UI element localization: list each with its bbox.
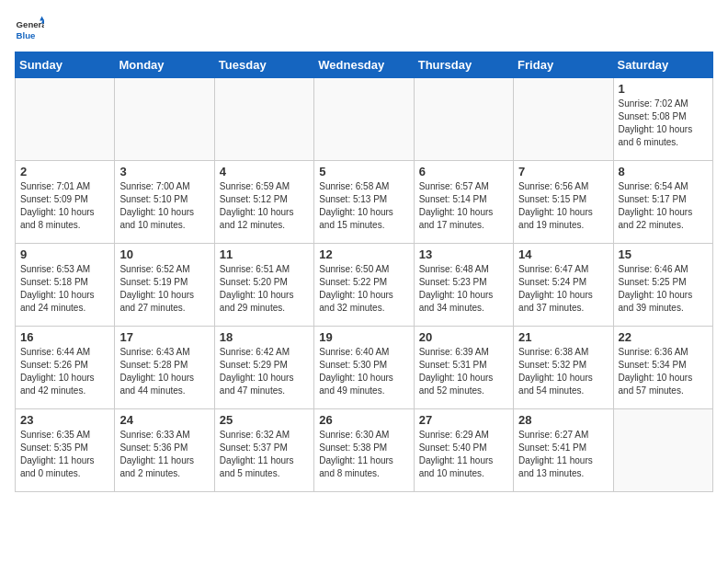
day-info: Sunrise: 6:29 AM Sunset: 5:40 PM Dayligh… (419, 429, 508, 480)
calendar-cell (214, 78, 313, 161)
calendar-cell: 14Sunrise: 6:47 AM Sunset: 5:24 PM Dayli… (514, 244, 613, 327)
calendar-cell (414, 78, 513, 161)
day-number: 8 (619, 165, 708, 178)
day-number: 18 (220, 330, 309, 344)
day-number: 24 (119, 413, 209, 427)
calendar-cell: 4Sunrise: 6:59 AM Sunset: 5:12 PM Daylig… (214, 161, 313, 244)
weekday-header: Thursday (414, 52, 513, 78)
day-number: 28 (518, 413, 608, 427)
weekday-header: Friday (514, 52, 613, 78)
day-number: 6 (419, 165, 508, 178)
calendar-cell: 20Sunrise: 6:39 AM Sunset: 5:31 PM Dayli… (414, 327, 513, 409)
calendar-week-row: 2Sunrise: 7:01 AM Sunset: 5:09 PM Daylig… (16, 161, 713, 244)
day-number: 27 (419, 413, 508, 427)
calendar-cell (16, 78, 115, 161)
day-info: Sunrise: 6:57 AM Sunset: 5:14 PM Dayligh… (419, 180, 508, 232)
day-number: 23 (20, 413, 109, 427)
day-number: 21 (518, 330, 608, 344)
day-number: 17 (119, 330, 209, 344)
day-info: Sunrise: 6:43 AM Sunset: 5:28 PM Dayligh… (119, 346, 209, 397)
day-number: 12 (319, 247, 408, 261)
day-number: 20 (419, 330, 508, 344)
day-number: 26 (319, 413, 408, 427)
calendar-week-row: 16Sunrise: 6:44 AM Sunset: 5:26 PM Dayli… (16, 327, 713, 409)
day-info: Sunrise: 7:02 AM Sunset: 5:08 PM Dayligh… (619, 98, 708, 149)
day-info: Sunrise: 6:59 AM Sunset: 5:12 PM Dayligh… (220, 180, 309, 232)
day-number: 25 (220, 413, 309, 427)
day-info: Sunrise: 6:54 AM Sunset: 5:17 PM Dayligh… (619, 180, 708, 232)
day-number: 19 (319, 330, 408, 344)
logo-icon: General Blue (15, 15, 44, 44)
calendar-cell (514, 78, 613, 161)
day-info: Sunrise: 6:51 AM Sunset: 5:20 PM Dayligh… (220, 263, 309, 315)
calendar-cell: 6Sunrise: 6:57 AM Sunset: 5:14 PM Daylig… (414, 161, 513, 244)
weekday-header: Wednesday (314, 52, 414, 78)
day-number: 10 (119, 247, 209, 261)
calendar-cell: 15Sunrise: 6:46 AM Sunset: 5:25 PM Dayli… (613, 244, 712, 327)
calendar-cell: 17Sunrise: 6:43 AM Sunset: 5:28 PM Dayli… (115, 327, 214, 409)
day-number: 7 (518, 165, 608, 178)
logo: General Blue (15, 15, 50, 44)
calendar-cell: 27Sunrise: 6:29 AM Sunset: 5:40 PM Dayli… (414, 409, 513, 492)
calendar-cell (613, 409, 712, 492)
calendar-cell: 7Sunrise: 6:56 AM Sunset: 5:15 PM Daylig… (514, 161, 613, 244)
day-info: Sunrise: 6:44 AM Sunset: 5:26 PM Dayligh… (20, 346, 109, 397)
calendar-cell (314, 78, 414, 161)
calendar-cell: 2Sunrise: 7:01 AM Sunset: 5:09 PM Daylig… (16, 161, 115, 244)
calendar-cell: 10Sunrise: 6:52 AM Sunset: 5:19 PM Dayli… (115, 244, 214, 327)
day-number: 16 (20, 330, 109, 344)
day-info: Sunrise: 6:32 AM Sunset: 5:37 PM Dayligh… (220, 429, 309, 480)
day-number: 4 (220, 165, 309, 178)
svg-text:Blue: Blue (17, 30, 36, 40)
calendar-cell: 28Sunrise: 6:27 AM Sunset: 5:41 PM Dayli… (514, 409, 613, 492)
day-info: Sunrise: 6:27 AM Sunset: 5:41 PM Dayligh… (518, 429, 608, 480)
day-info: Sunrise: 6:48 AM Sunset: 5:23 PM Dayligh… (419, 263, 508, 315)
day-info: Sunrise: 7:00 AM Sunset: 5:10 PM Dayligh… (119, 180, 209, 232)
svg-text:General: General (17, 19, 44, 29)
calendar-cell: 8Sunrise: 6:54 AM Sunset: 5:17 PM Daylig… (613, 161, 712, 244)
day-number: 15 (619, 247, 708, 261)
page-header: General Blue (15, 15, 713, 44)
day-info: Sunrise: 6:53 AM Sunset: 5:18 PM Dayligh… (20, 263, 109, 315)
calendar-week-row: 9Sunrise: 6:53 AM Sunset: 5:18 PM Daylig… (16, 244, 713, 327)
calendar-cell: 18Sunrise: 6:42 AM Sunset: 5:29 PM Dayli… (214, 327, 313, 409)
calendar-cell: 1Sunrise: 7:02 AM Sunset: 5:08 PM Daylig… (613, 78, 712, 161)
weekday-header: Tuesday (214, 52, 313, 78)
calendar-cell: 16Sunrise: 6:44 AM Sunset: 5:26 PM Dayli… (16, 327, 115, 409)
day-info: Sunrise: 6:36 AM Sunset: 5:34 PM Dayligh… (619, 346, 708, 397)
calendar-cell: 19Sunrise: 6:40 AM Sunset: 5:30 PM Dayli… (314, 327, 414, 409)
calendar-cell: 9Sunrise: 6:53 AM Sunset: 5:18 PM Daylig… (16, 244, 115, 327)
calendar-cell: 12Sunrise: 6:50 AM Sunset: 5:22 PM Dayli… (314, 244, 414, 327)
day-info: Sunrise: 6:58 AM Sunset: 5:13 PM Dayligh… (319, 180, 408, 232)
calendar-cell: 5Sunrise: 6:58 AM Sunset: 5:13 PM Daylig… (314, 161, 414, 244)
day-info: Sunrise: 6:39 AM Sunset: 5:31 PM Dayligh… (419, 346, 508, 397)
day-info: Sunrise: 6:33 AM Sunset: 5:36 PM Dayligh… (119, 429, 209, 480)
day-info: Sunrise: 6:35 AM Sunset: 5:35 PM Dayligh… (20, 429, 109, 480)
day-info: Sunrise: 6:42 AM Sunset: 5:29 PM Dayligh… (220, 346, 309, 397)
calendar-cell: 26Sunrise: 6:30 AM Sunset: 5:38 PM Dayli… (314, 409, 414, 492)
day-number: 1 (619, 82, 708, 96)
weekday-header: Monday (115, 52, 214, 78)
day-info: Sunrise: 6:52 AM Sunset: 5:19 PM Dayligh… (119, 263, 209, 315)
day-number: 14 (518, 247, 608, 261)
calendar-cell: 24Sunrise: 6:33 AM Sunset: 5:36 PM Dayli… (115, 409, 214, 492)
calendar-cell: 22Sunrise: 6:36 AM Sunset: 5:34 PM Dayli… (613, 327, 712, 409)
calendar-week-row: 23Sunrise: 6:35 AM Sunset: 5:35 PM Dayli… (16, 409, 713, 492)
calendar-week-row: 1Sunrise: 7:02 AM Sunset: 5:08 PM Daylig… (16, 78, 713, 161)
calendar-cell: 23Sunrise: 6:35 AM Sunset: 5:35 PM Dayli… (16, 409, 115, 492)
day-number: 13 (419, 247, 508, 261)
calendar-cell: 21Sunrise: 6:38 AM Sunset: 5:32 PM Dayli… (514, 327, 613, 409)
day-info: Sunrise: 6:50 AM Sunset: 5:22 PM Dayligh… (319, 263, 408, 315)
day-number: 11 (220, 247, 309, 261)
day-number: 5 (319, 165, 408, 178)
calendar-header-row: SundayMondayTuesdayWednesdayThursdayFrid… (16, 52, 713, 78)
day-number: 9 (20, 247, 109, 261)
day-number: 22 (619, 330, 708, 344)
day-number: 2 (20, 165, 109, 178)
day-info: Sunrise: 6:38 AM Sunset: 5:32 PM Dayligh… (518, 346, 608, 397)
day-info: Sunrise: 6:56 AM Sunset: 5:15 PM Dayligh… (518, 180, 608, 232)
calendar-cell: 25Sunrise: 6:32 AM Sunset: 5:37 PM Dayli… (214, 409, 313, 492)
day-info: Sunrise: 6:40 AM Sunset: 5:30 PM Dayligh… (319, 346, 408, 397)
day-info: Sunrise: 6:47 AM Sunset: 5:24 PM Dayligh… (518, 263, 608, 315)
calendar-cell: 13Sunrise: 6:48 AM Sunset: 5:23 PM Dayli… (414, 244, 513, 327)
